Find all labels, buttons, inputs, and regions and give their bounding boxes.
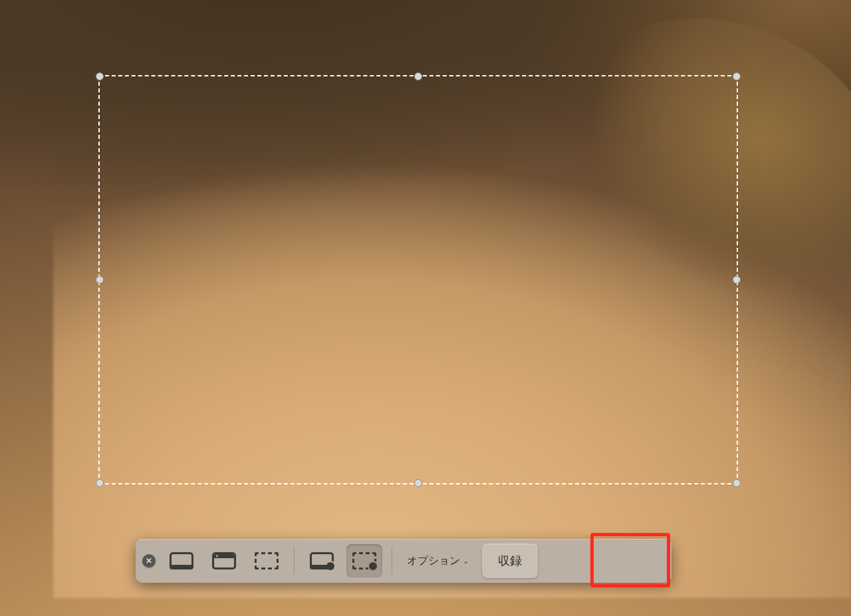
record-button[interactable]: 収録 [482, 544, 538, 578]
record-selected-portion-button[interactable] [346, 544, 382, 577]
capture-selected-window-button[interactable] [206, 544, 242, 577]
resize-handle-ne[interactable] [733, 72, 741, 80]
close-button[interactable]: ✕ [142, 554, 156, 567]
close-icon: ✕ [146, 556, 152, 565]
resize-handle-n[interactable] [414, 72, 422, 80]
toolbar-divider [294, 548, 295, 574]
capture-tool-group [164, 544, 285, 577]
record-tool-group [304, 544, 382, 577]
chevron-down-icon: ⌄ [463, 557, 469, 565]
resize-handle-nw[interactable] [96, 72, 104, 80]
screenshot-toolbar: ✕ オプション ⌄ 収 [136, 539, 671, 583]
resize-handle-sw[interactable] [96, 479, 104, 487]
options-label: オプション [407, 554, 460, 568]
resize-handle-e[interactable] [733, 276, 741, 284]
record-entire-screen-button[interactable] [304, 544, 340, 577]
window-icon [212, 552, 236, 569]
desktop-background: ✕ オプション ⌄ 収 [0, 0, 851, 616]
resize-handle-w[interactable] [96, 276, 104, 284]
capture-entire-screen-button[interactable] [164, 544, 199, 577]
selection-icon [255, 552, 279, 569]
record-screen-icon [310, 552, 334, 569]
capture-selected-portion-button[interactable] [249, 544, 285, 577]
resize-handle-se[interactable] [733, 479, 741, 487]
options-menu[interactable]: オプション ⌄ [402, 554, 474, 568]
record-button-label: 収録 [498, 553, 522, 569]
toolbar-divider [392, 548, 392, 574]
screen-icon [170, 552, 193, 569]
record-selection-icon [352, 552, 376, 569]
resize-handle-s[interactable] [414, 479, 422, 487]
